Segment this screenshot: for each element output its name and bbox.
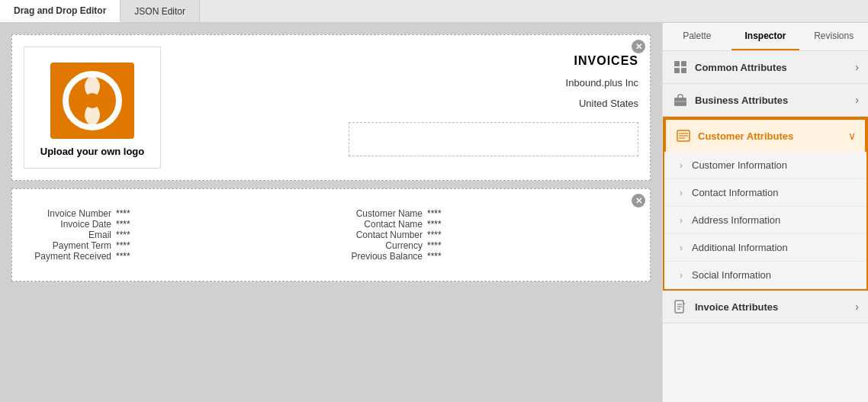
accordion-business-attributes: Business Attributes ›	[663, 84, 868, 117]
sub-item-customer-information[interactable]: › Customer Information	[664, 152, 866, 179]
sub-label-contact-information: Contact Information	[692, 187, 778, 198]
svg-rect-4	[681, 61, 686, 66]
sub-label-customer-information: Customer Information	[692, 159, 787, 171]
field-row-customer-name: Customer Name ****	[339, 208, 635, 219]
accordion-header-invoice[interactable]: Invoice Attributes ›	[663, 291, 868, 323]
company-name: Inbound.plus Inc	[566, 77, 638, 88]
fields-right-column: Customer Name **** Contact Name **** Con…	[339, 208, 635, 262]
svg-rect-5	[674, 68, 680, 73]
field-label-invoice-number: Invoice Number	[27, 208, 111, 219]
address-placeholder-box	[349, 122, 638, 156]
sub-item-social-information[interactable]: › Social Information	[664, 262, 866, 289]
tab-drag-drop[interactable]: Drag and Drop Editor	[0, 0, 121, 22]
briefcase-icon	[672, 92, 689, 108]
accordion-chevron-invoice: ›	[855, 301, 859, 313]
accordion-label-invoice: Invoice Attributes	[695, 301, 849, 313]
editor-area: ✕	[0, 23, 662, 402]
svg-rect-6	[681, 68, 686, 73]
field-value-payment-term: ****	[116, 240, 130, 251]
tab-json-editor-label: JSON Editor	[134, 6, 185, 17]
invoice-title: INVOICES	[574, 54, 638, 68]
tab-revisions[interactable]: Revisions	[799, 23, 868, 50]
country-name: United States	[579, 98, 638, 109]
accordion-customer-attributes: Customer Attributes ∨ › Customer Informa…	[663, 117, 868, 291]
field-value-previous-balance: ****	[427, 251, 442, 262]
field-row-previous-balance: Previous Balance ****	[339, 251, 635, 262]
sub-label-social-information: Social Information	[692, 269, 771, 281]
field-row-payment-term: Payment Term ****	[27, 240, 323, 251]
logo-box[interactable]: Upload your own logo	[24, 47, 161, 169]
field-label-contact-number: Contact Number	[339, 230, 423, 240]
field-row-invoice-date: Invoice Date ****	[27, 219, 323, 230]
field-value-contact-name: ****	[427, 219, 442, 230]
field-label-payment-term: Payment Term	[27, 240, 111, 251]
field-value-email: ****	[116, 230, 130, 240]
doc-icon	[672, 298, 689, 315]
tab-inspector[interactable]: Inspector	[731, 23, 800, 50]
logo-svg	[50, 63, 134, 139]
accordion-header-customer[interactable]: Customer Attributes ∨	[664, 118, 866, 152]
sub-label-address-information: Address Information	[692, 214, 780, 226]
fields-section: Invoice Number **** Invoice Date **** Em…	[24, 201, 638, 269]
svg-rect-3	[674, 61, 680, 66]
tab-json-editor[interactable]: JSON Editor	[121, 0, 200, 22]
list-icon	[675, 127, 692, 144]
close-header-button[interactable]: ✕	[632, 40, 645, 53]
sub-chevron-social-info: ›	[680, 270, 683, 281]
tab-palette-label: Palette	[683, 31, 711, 41]
main-container: ✕	[0, 23, 868, 402]
accordion-chevron-customer: ∨	[848, 130, 856, 142]
right-panel: Palette Inspector Revisions	[662, 23, 868, 402]
logo-svg-area	[43, 59, 142, 143]
field-row-invoice-number: Invoice Number ****	[27, 208, 323, 219]
field-label-customer-name: Customer Name	[339, 208, 423, 219]
svg-point-2	[85, 93, 100, 108]
field-value-customer-name: ****	[427, 208, 442, 219]
field-row-payment-received: Payment Received ****	[27, 251, 323, 262]
header-section: Upload your own logo INVOICES Inbound.pl…	[24, 47, 638, 169]
sub-chevron-contact-info: ›	[680, 188, 683, 198]
panel-tabs: Palette Inspector Revisions	[663, 23, 868, 51]
tab-drag-drop-label: Drag and Drop Editor	[14, 5, 106, 16]
field-value-contact-number: ****	[427, 230, 442, 240]
accordion-label-business: Business Attributes	[695, 95, 849, 106]
field-value-invoice-date: ****	[116, 219, 130, 230]
sub-chevron-address-info: ›	[680, 215, 683, 226]
accordion-common-attributes: Common Attributes ›	[663, 51, 868, 84]
sub-item-address-information[interactable]: › Address Information	[664, 207, 866, 234]
fields-left-column: Invoice Number **** Invoice Date **** Em…	[27, 208, 323, 262]
field-row-contact-number: Contact Number ****	[339, 230, 635, 240]
accordion-chevron-business: ›	[855, 94, 859, 106]
field-value-payment-received: ****	[116, 251, 130, 262]
grid-icon	[672, 59, 689, 76]
top-tab-bar: Drag and Drop Editor JSON Editor	[0, 0, 868, 23]
fields-canvas: ✕ Invoice Number **** Invoice Date **** …	[11, 188, 651, 281]
header-canvas: ✕	[11, 34, 651, 181]
sub-chevron-additional-info: ›	[680, 243, 683, 253]
field-label-email: Email	[27, 230, 111, 240]
sub-item-contact-information[interactable]: › Contact Information	[664, 179, 866, 207]
header-right: INVOICES Inbound.plus Inc United States	[176, 47, 638, 156]
field-value-currency: ****	[427, 240, 442, 251]
field-label-payment-received: Payment Received	[27, 251, 111, 262]
logo-text: Upload your own logo	[40, 146, 145, 157]
accordion-chevron-common: ›	[855, 61, 859, 73]
tab-revisions-label: Revisions	[814, 31, 854, 41]
field-value-invoice-number: ****	[116, 208, 130, 219]
accordion-label-common: Common Attributes	[695, 62, 849, 73]
accordion-header-business[interactable]: Business Attributes ›	[663, 84, 868, 116]
accordion-header-common[interactable]: Common Attributes ›	[663, 51, 868, 83]
field-row-email: Email ****	[27, 230, 323, 240]
sub-item-additional-information[interactable]: › Additional Information	[664, 234, 866, 262]
field-label-currency: Currency	[339, 240, 423, 251]
accordion-label-customer: Customer Attributes	[698, 130, 842, 142]
field-label-invoice-date: Invoice Date	[27, 219, 111, 230]
field-label-previous-balance: Previous Balance	[339, 251, 423, 262]
close-fields-button[interactable]: ✕	[632, 194, 645, 207]
sub-chevron-customer-info: ›	[680, 160, 683, 171]
accordion-sub-list-customer: › Customer Information › Contact Informa…	[664, 152, 866, 289]
field-row-currency: Currency ****	[339, 240, 635, 251]
field-label-contact-name: Contact Name	[339, 219, 423, 230]
accordion-list: Common Attributes › Business Attributes	[663, 51, 868, 402]
tab-palette[interactable]: Palette	[663, 23, 731, 50]
